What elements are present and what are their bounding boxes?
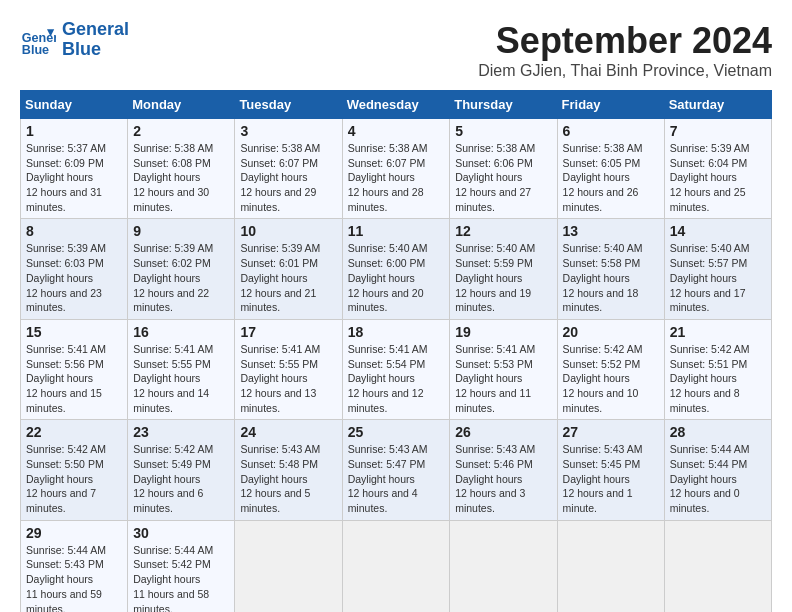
day-info: Sunrise: 5:41 AM Sunset: 5:55 PM Dayligh… — [133, 342, 229, 415]
day-number: 8 — [26, 223, 122, 239]
calendar-week-row: 8 Sunrise: 5:39 AM Sunset: 6:03 PM Dayli… — [21, 219, 772, 319]
day-info: Sunrise: 5:42 AM Sunset: 5:52 PM Dayligh… — [563, 342, 659, 415]
calendar-cell — [557, 520, 664, 612]
calendar-cell: 4 Sunrise: 5:38 AM Sunset: 6:07 PM Dayli… — [342, 119, 450, 219]
calendar-cell: 2 Sunrise: 5:38 AM Sunset: 6:08 PM Dayli… — [128, 119, 235, 219]
day-number: 12 — [455, 223, 551, 239]
calendar-cell: 16 Sunrise: 5:41 AM Sunset: 5:55 PM Dayl… — [128, 319, 235, 419]
day-header-sunday: Sunday — [21, 91, 128, 119]
calendar-cell: 22 Sunrise: 5:42 AM Sunset: 5:50 PM Dayl… — [21, 420, 128, 520]
day-info: Sunrise: 5:37 AM Sunset: 6:09 PM Dayligh… — [26, 141, 122, 214]
day-number: 23 — [133, 424, 229, 440]
day-header-friday: Friday — [557, 91, 664, 119]
logo-icon: General Blue — [20, 22, 56, 58]
logo-line2: Blue — [62, 39, 101, 59]
logo: General Blue General Blue — [20, 20, 129, 60]
day-info: Sunrise: 5:39 AM Sunset: 6:01 PM Dayligh… — [240, 241, 336, 314]
calendar-cell: 3 Sunrise: 5:38 AM Sunset: 6:07 PM Dayli… — [235, 119, 342, 219]
day-info: Sunrise: 5:38 AM Sunset: 6:05 PM Dayligh… — [563, 141, 659, 214]
calendar-cell: 29 Sunrise: 5:44 AM Sunset: 5:43 PM Dayl… — [21, 520, 128, 612]
day-header-wednesday: Wednesday — [342, 91, 450, 119]
calendar-cell: 8 Sunrise: 5:39 AM Sunset: 6:03 PM Dayli… — [21, 219, 128, 319]
calendar-header-row: SundayMondayTuesdayWednesdayThursdayFrid… — [21, 91, 772, 119]
day-number: 22 — [26, 424, 122, 440]
calendar-cell: 7 Sunrise: 5:39 AM Sunset: 6:04 PM Dayli… — [664, 119, 771, 219]
calendar-cell: 1 Sunrise: 5:37 AM Sunset: 6:09 PM Dayli… — [21, 119, 128, 219]
calendar-week-row: 1 Sunrise: 5:37 AM Sunset: 6:09 PM Dayli… — [21, 119, 772, 219]
day-number: 19 — [455, 324, 551, 340]
day-info: Sunrise: 5:40 AM Sunset: 5:58 PM Dayligh… — [563, 241, 659, 314]
day-number: 14 — [670, 223, 766, 239]
day-number: 18 — [348, 324, 445, 340]
calendar-cell: 26 Sunrise: 5:43 AM Sunset: 5:46 PM Dayl… — [450, 420, 557, 520]
day-number: 20 — [563, 324, 659, 340]
day-info: Sunrise: 5:41 AM Sunset: 5:56 PM Dayligh… — [26, 342, 122, 415]
calendar-cell: 24 Sunrise: 5:43 AM Sunset: 5:48 PM Dayl… — [235, 420, 342, 520]
day-number: 3 — [240, 123, 336, 139]
day-info: Sunrise: 5:43 AM Sunset: 5:46 PM Dayligh… — [455, 442, 551, 515]
calendar-cell: 19 Sunrise: 5:41 AM Sunset: 5:53 PM Dayl… — [450, 319, 557, 419]
day-info: Sunrise: 5:39 AM Sunset: 6:04 PM Dayligh… — [670, 141, 766, 214]
calendar-cell — [235, 520, 342, 612]
day-number: 16 — [133, 324, 229, 340]
day-info: Sunrise: 5:44 AM Sunset: 5:44 PM Dayligh… — [670, 442, 766, 515]
day-number: 24 — [240, 424, 336, 440]
calendar-cell: 13 Sunrise: 5:40 AM Sunset: 5:58 PM Dayl… — [557, 219, 664, 319]
day-number: 17 — [240, 324, 336, 340]
day-header-thursday: Thursday — [450, 91, 557, 119]
day-info: Sunrise: 5:44 AM Sunset: 5:43 PM Dayligh… — [26, 543, 122, 612]
day-info: Sunrise: 5:38 AM Sunset: 6:07 PM Dayligh… — [240, 141, 336, 214]
calendar-cell: 30 Sunrise: 5:44 AM Sunset: 5:42 PM Dayl… — [128, 520, 235, 612]
page-title: September 2024 — [478, 20, 772, 62]
day-info: Sunrise: 5:42 AM Sunset: 5:50 PM Dayligh… — [26, 442, 122, 515]
calendar-cell: 15 Sunrise: 5:41 AM Sunset: 5:56 PM Dayl… — [21, 319, 128, 419]
day-number: 21 — [670, 324, 766, 340]
day-number: 30 — [133, 525, 229, 541]
page-subtitle: Diem GJien, Thai Binh Province, Vietnam — [478, 62, 772, 80]
day-number: 25 — [348, 424, 445, 440]
calendar-cell: 9 Sunrise: 5:39 AM Sunset: 6:02 PM Dayli… — [128, 219, 235, 319]
calendar-cell: 10 Sunrise: 5:39 AM Sunset: 6:01 PM Dayl… — [235, 219, 342, 319]
calendar-cell: 11 Sunrise: 5:40 AM Sunset: 6:00 PM Dayl… — [342, 219, 450, 319]
day-info: Sunrise: 5:43 AM Sunset: 5:47 PM Dayligh… — [348, 442, 445, 515]
day-number: 28 — [670, 424, 766, 440]
calendar-cell: 18 Sunrise: 5:41 AM Sunset: 5:54 PM Dayl… — [342, 319, 450, 419]
calendar-cell — [664, 520, 771, 612]
calendar-cell: 28 Sunrise: 5:44 AM Sunset: 5:44 PM Dayl… — [664, 420, 771, 520]
day-number: 10 — [240, 223, 336, 239]
day-info: Sunrise: 5:38 AM Sunset: 6:08 PM Dayligh… — [133, 141, 229, 214]
day-header-monday: Monday — [128, 91, 235, 119]
day-number: 5 — [455, 123, 551, 139]
day-info: Sunrise: 5:41 AM Sunset: 5:55 PM Dayligh… — [240, 342, 336, 415]
day-number: 1 — [26, 123, 122, 139]
calendar-table: SundayMondayTuesdayWednesdayThursdayFrid… — [20, 90, 772, 612]
day-number: 13 — [563, 223, 659, 239]
day-header-tuesday: Tuesday — [235, 91, 342, 119]
calendar-cell: 27 Sunrise: 5:43 AM Sunset: 5:45 PM Dayl… — [557, 420, 664, 520]
day-number: 6 — [563, 123, 659, 139]
day-number: 11 — [348, 223, 445, 239]
page-header: General Blue General Blue September 2024… — [20, 20, 772, 80]
day-header-saturday: Saturday — [664, 91, 771, 119]
day-number: 27 — [563, 424, 659, 440]
day-info: Sunrise: 5:40 AM Sunset: 6:00 PM Dayligh… — [348, 241, 445, 314]
day-number: 7 — [670, 123, 766, 139]
day-info: Sunrise: 5:42 AM Sunset: 5:49 PM Dayligh… — [133, 442, 229, 515]
day-info: Sunrise: 5:39 AM Sunset: 6:03 PM Dayligh… — [26, 241, 122, 314]
day-info: Sunrise: 5:40 AM Sunset: 5:57 PM Dayligh… — [670, 241, 766, 314]
day-info: Sunrise: 5:38 AM Sunset: 6:07 PM Dayligh… — [348, 141, 445, 214]
calendar-cell: 21 Sunrise: 5:42 AM Sunset: 5:51 PM Dayl… — [664, 319, 771, 419]
day-info: Sunrise: 5:41 AM Sunset: 5:54 PM Dayligh… — [348, 342, 445, 415]
day-info: Sunrise: 5:42 AM Sunset: 5:51 PM Dayligh… — [670, 342, 766, 415]
day-number: 4 — [348, 123, 445, 139]
day-number: 15 — [26, 324, 122, 340]
calendar-cell: 17 Sunrise: 5:41 AM Sunset: 5:55 PM Dayl… — [235, 319, 342, 419]
calendar-week-row: 29 Sunrise: 5:44 AM Sunset: 5:43 PM Dayl… — [21, 520, 772, 612]
day-info: Sunrise: 5:44 AM Sunset: 5:42 PM Dayligh… — [133, 543, 229, 612]
logo-text: General Blue — [62, 20, 129, 60]
calendar-cell: 6 Sunrise: 5:38 AM Sunset: 6:05 PM Dayli… — [557, 119, 664, 219]
calendar-cell: 20 Sunrise: 5:42 AM Sunset: 5:52 PM Dayl… — [557, 319, 664, 419]
svg-text:Blue: Blue — [22, 43, 49, 57]
day-info: Sunrise: 5:41 AM Sunset: 5:53 PM Dayligh… — [455, 342, 551, 415]
day-number: 9 — [133, 223, 229, 239]
